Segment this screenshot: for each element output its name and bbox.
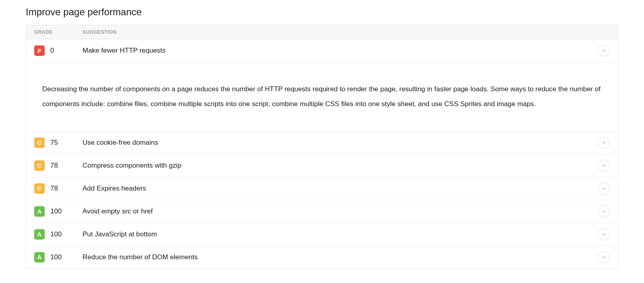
score-value: 78	[50, 185, 58, 193]
score-value: 100	[50, 253, 62, 261]
suggestion-details: Decreasing the number of components on a…	[26, 62, 618, 131]
suggestions-panel: GRADE SUGGESTION F0Make fewer HTTP reque…	[26, 25, 618, 269]
grade-badge: A	[34, 229, 45, 240]
grade-cell: A100	[34, 206, 83, 217]
grade-badge: F	[34, 45, 45, 56]
grade-badge: C	[34, 183, 45, 194]
chevron-down-icon[interactable]	[598, 160, 610, 172]
score-value: 100	[50, 230, 62, 238]
column-header-grade: GRADE	[34, 29, 83, 35]
suggestion-row[interactable]: A100Avoid empty src or href	[26, 200, 618, 223]
suggestion-row[interactable]: A100Put JavaScript at bottom	[26, 223, 618, 246]
grade-badge: C	[34, 160, 45, 171]
score-value: 75	[50, 139, 58, 147]
grade-cell: F0	[34, 45, 83, 56]
grade-cell: A100	[34, 252, 83, 262]
suggestion-text: Add Expires headers	[83, 185, 598, 193]
suggestion-row[interactable]: A100Reduce the number of DOM elements	[26, 246, 618, 269]
table-header: GRADE SUGGESTION	[26, 25, 618, 39]
grade-cell: C75	[34, 137, 83, 148]
suggestion-row[interactable]: C78Compress components with gzip	[26, 154, 618, 177]
grade-cell: A100	[34, 229, 83, 240]
suggestion-text: Put JavaScript at bottom	[83, 230, 598, 238]
grade-cell: C78	[34, 183, 83, 194]
suggestion-row[interactable]: C78Add Expires headers	[26, 177, 618, 200]
chevron-down-icon[interactable]	[598, 183, 610, 195]
suggestion-text: Compress components with gzip	[83, 162, 598, 170]
column-header-suggestion: SUGGESTION	[83, 29, 610, 35]
chevron-down-icon[interactable]	[598, 137, 610, 149]
score-value: 100	[50, 207, 62, 215]
grade-badge: C	[34, 137, 45, 148]
grade-badge: A	[34, 206, 45, 217]
suggestion-text: Avoid empty src or href	[83, 207, 598, 215]
chevron-down-icon[interactable]	[598, 205, 610, 217]
suggestion-text: Make fewer HTTP requests	[83, 47, 598, 55]
score-value: 78	[50, 162, 58, 170]
suggestion-text: Reduce the number of DOM elements	[83, 253, 598, 261]
score-value: 0	[50, 47, 54, 55]
grade-cell: C78	[34, 160, 83, 171]
chevron-up-icon[interactable]	[598, 45, 610, 57]
suggestion-text: Use cookie-free domains	[83, 139, 598, 147]
page-title: Improve page performance	[26, 6, 618, 18]
grade-badge: A	[34, 252, 45, 262]
suggestion-row[interactable]: C75Use cookie-free domains	[26, 131, 618, 154]
chevron-down-icon[interactable]	[598, 251, 610, 263]
chevron-down-icon[interactable]	[598, 228, 610, 240]
suggestion-row[interactable]: F0Make fewer HTTP requests	[26, 39, 618, 62]
